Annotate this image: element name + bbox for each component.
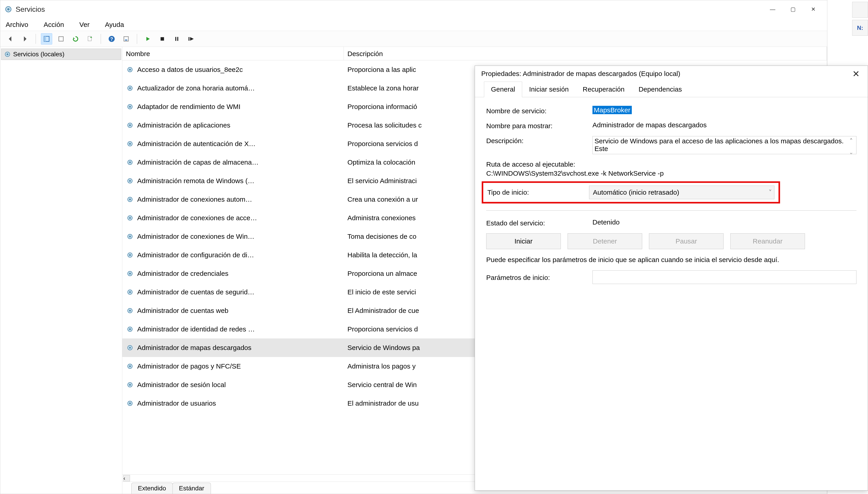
service-name: Administrador de usuarios (137, 399, 216, 407)
svg-point-32 (129, 217, 131, 219)
menu-ayuda[interactable]: Ayuda (104, 19, 125, 30)
svg-rect-8 (124, 37, 129, 41)
tab-general[interactable]: General (484, 82, 522, 97)
window-title: Servicios (16, 5, 45, 14)
menu-ver[interactable]: Ver (78, 19, 91, 30)
menu-accion[interactable]: Acción (43, 19, 65, 30)
gear-icon (126, 177, 134, 185)
service-name: Administración de capas de almacena… (137, 158, 258, 166)
help-button[interactable]: ? (106, 33, 117, 44)
service-name: Administración de autenticación de X… (137, 140, 256, 148)
start-params-input[interactable] (593, 270, 856, 284)
value-exe-path: C:\WINDOWS\System32\svchost.exe -k Netwo… (486, 170, 856, 177)
svg-point-22 (129, 124, 131, 126)
description-box[interactable]: Servicio de Windows para el acceso de la… (593, 136, 856, 154)
maximize-button[interactable]: ▢ (783, 2, 803, 16)
svg-point-38 (129, 273, 131, 274)
pause-service-button[interactable] (171, 33, 182, 44)
start-button[interactable]: Iniciar (486, 233, 561, 249)
services-icon (4, 5, 13, 14)
edge-box-1 (852, 2, 868, 18)
extra-toolbar-button[interactable] (120, 33, 132, 44)
toolbar: ? (0, 31, 827, 47)
svg-point-48 (129, 365, 131, 367)
svg-rect-10 (175, 37, 176, 41)
service-name: Administrador de conexiones de acce… (137, 214, 257, 222)
column-description[interactable]: Descripción (344, 47, 827, 60)
stop-service-button[interactable] (157, 33, 168, 44)
svg-point-34 (129, 235, 131, 238)
export-button[interactable] (84, 33, 96, 44)
tab-dependencies[interactable]: Dependencias (632, 82, 689, 97)
properties-dialog: Propiedades: Administrador de mapas desc… (475, 65, 868, 491)
value-display-name: Administrador de mapas descargados (593, 121, 856, 129)
gear-icon (126, 344, 134, 352)
tab-extended[interactable]: Extendido (131, 483, 173, 494)
gear-icon (126, 399, 134, 407)
restart-service-button[interactable] (186, 33, 197, 44)
service-name: Actualizador de zona horaria automá… (137, 84, 255, 92)
label-startup-type: Tipo de inicio: (487, 189, 589, 196)
show-hide-tree-button[interactable] (41, 33, 52, 44)
start-params-hint: Puede especificar los parámetros de inic… (486, 256, 856, 264)
svg-rect-12 (189, 37, 189, 41)
dialog-tabs: General Iniciar sesión Recuperación Depe… (475, 82, 868, 97)
tree-root-label: Servicios (locales) (13, 51, 64, 58)
menubar: Archivo Acción Ver Ayuda (0, 18, 827, 31)
svg-point-40 (129, 291, 131, 293)
pause-button: Pausar (649, 233, 724, 249)
minimize-button[interactable]: — (763, 2, 783, 16)
svg-point-36 (129, 254, 131, 256)
tab-standard[interactable]: Estándar (172, 483, 211, 494)
services-tree-icon (4, 51, 11, 58)
chevron-down-icon: ˅ (769, 189, 772, 196)
menu-archivo[interactable]: Archivo (5, 19, 29, 30)
edge-box-2: N: (852, 20, 868, 36)
forward-button[interactable] (19, 33, 31, 44)
svg-rect-9 (160, 37, 164, 40)
svg-rect-4 (59, 37, 63, 41)
service-name: Administrador de conexiones autom… (137, 195, 252, 203)
right-edge-background: N: (852, 0, 868, 494)
tree-pane: Servicios (locales) (0, 47, 122, 494)
gear-icon (126, 362, 134, 370)
gear-icon (126, 269, 134, 278)
service-name: Administración remota de Windows (… (137, 177, 254, 185)
svg-point-20 (129, 106, 131, 108)
label-service-state: Estado del servicio: (486, 218, 593, 227)
scrollbar-left-button[interactable]: ‹ (123, 475, 130, 481)
service-name: Administrador de sesión local (137, 381, 226, 388)
start-service-button[interactable] (142, 33, 153, 44)
gear-icon (126, 232, 134, 241)
service-name: Administrador de credenciales (137, 270, 229, 278)
svg-point-14 (6, 53, 8, 55)
value-description: Servicio de Windows para el acceso de la… (595, 137, 844, 152)
tab-logon[interactable]: Iniciar sesión (522, 82, 576, 97)
startup-type-combo[interactable]: Automático (inicio retrasado) ˅ (589, 186, 774, 199)
service-name: Administrador de identidad de redes … (137, 325, 255, 333)
gear-icon (126, 307, 134, 315)
svg-point-16 (129, 69, 131, 71)
service-name: Administrador de pagos y NFC/SE (137, 362, 241, 370)
service-name: Administrador de cuentas web (137, 307, 229, 315)
svg-point-46 (129, 347, 131, 349)
gear-icon (126, 158, 134, 166)
label-description: Descripción: (486, 136, 593, 145)
tab-recovery[interactable]: Recuperación (576, 82, 632, 97)
svg-point-18 (129, 87, 131, 89)
svg-point-28 (129, 180, 131, 182)
startup-type-highlight: Tipo de inicio: Automático (inicio retra… (482, 181, 780, 204)
refresh-button[interactable] (70, 33, 81, 44)
gear-icon (126, 214, 134, 222)
back-button[interactable] (5, 33, 16, 44)
properties-toolbar-button[interactable] (55, 33, 67, 44)
value-service-name[interactable]: MapsBroker (593, 106, 632, 114)
svg-point-26 (129, 162, 131, 163)
stop-button: Detener (567, 233, 642, 249)
service-name: Administrador de configuración de di… (137, 251, 254, 259)
tree-root-node[interactable]: Servicios (locales) (1, 49, 121, 60)
gear-icon (126, 140, 134, 148)
close-button[interactable]: ✕ (803, 2, 824, 16)
label-service-name: Nombre de servicio: (486, 106, 593, 115)
column-name[interactable]: Nombre (122, 47, 344, 60)
